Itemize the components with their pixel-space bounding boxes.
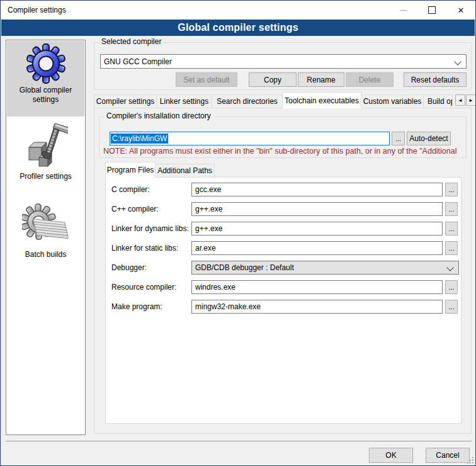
dynamic-linker-label: Linker for dynamic libs: <box>111 224 190 233</box>
ok-button[interactable]: OK <box>369 448 413 463</box>
button-label: Cancel <box>436 451 459 460</box>
chevron-down-icon <box>446 264 453 271</box>
make-program-input[interactable] <box>191 300 443 314</box>
tab-custom-variables[interactable]: Custom variables <box>361 94 424 108</box>
minimize-icon <box>400 10 407 11</box>
debugger-label: Debugger: <box>111 263 190 272</box>
title-bar: Compiler settings ✕ <box>1 1 475 20</box>
sidebar-item-label: Batch builds <box>7 248 84 259</box>
close-button[interactable]: ✕ <box>446 1 475 20</box>
static-linker-browse-button[interactable]: ... <box>445 241 458 255</box>
installation-directory-group-label: Compiler's installation directory <box>105 111 213 120</box>
dynamic-linker-browse-button[interactable]: ... <box>445 222 458 236</box>
tab-label: Additional Paths <box>157 166 212 175</box>
compiler-settings-dialog: Compiler settings ✕ Global compiler sett… <box>0 0 476 466</box>
ellipsis-icon: ... <box>448 205 454 213</box>
selected-compiler-group-label: Selected compiler <box>99 37 163 46</box>
button-label: Reset defaults <box>411 76 460 84</box>
debugger-select-value: GDB/CDB debugger : Default <box>195 263 294 272</box>
tab-scroll-left-button[interactable]: ◄ <box>455 94 465 106</box>
sidebar-item-label: Profiler settings <box>7 170 84 181</box>
compiler-select-value: GNU GCC Compiler <box>104 57 172 66</box>
ellipsis-icon: ... <box>448 186 454 193</box>
tab-label: Build options <box>428 97 453 106</box>
page-title: Global compiler settings <box>178 22 298 33</box>
tab-scroll-right-button[interactable]: ► <box>466 94 476 106</box>
delete-button[interactable]: Delete <box>346 72 394 87</box>
make-program-browse-button[interactable]: ... <box>445 300 458 314</box>
button-label: Delete <box>359 76 381 84</box>
note-text: NOTE: All programs must exist either in … <box>103 147 465 157</box>
chevron-down-icon <box>454 58 461 65</box>
button-label: Rename <box>307 76 335 84</box>
sidebar-item-global-compiler-settings[interactable]: Global compiler settings <box>7 41 84 116</box>
dialog-header: Global compiler settings <box>1 20 475 36</box>
c-compiler-input[interactable] <box>191 183 443 196</box>
reset-defaults-button[interactable]: Reset defaults <box>404 72 467 87</box>
maximize-button[interactable] <box>417 1 446 20</box>
footer-divider <box>6 441 472 441</box>
tab-program-files[interactable]: Program Files <box>105 162 156 178</box>
static-linker-label: Linker for static libs: <box>111 244 190 253</box>
tab-search-directories[interactable]: Search directories <box>212 94 283 108</box>
ellipsis-icon: ... <box>448 283 454 291</box>
tab-toolchain-executables[interactable]: Toolchain executables <box>282 92 361 108</box>
button-label: Set as default <box>183 76 229 84</box>
tab-label: Program Files <box>107 166 154 174</box>
close-icon: ✕ <box>458 6 465 14</box>
tab-linker-settings[interactable]: Linker settings <box>156 94 212 108</box>
button-label: OK <box>385 451 396 460</box>
tab-additional-paths[interactable]: Additional Paths <box>155 164 215 178</box>
tab-label: Toolchain executables <box>285 96 359 105</box>
button-label: Copy <box>264 76 281 84</box>
window-title: Compiler settings <box>8 6 66 14</box>
browse-directory-button[interactable]: ... <box>392 132 405 145</box>
debugger-select[interactable]: GDB/CDB debugger : Default <box>191 261 459 275</box>
installation-directory-input[interactable]: C:\raylib\MinGW <box>110 132 390 145</box>
button-label: Auto-detect <box>409 134 448 143</box>
tab-compiler-settings[interactable]: Compiler settings <box>94 94 157 108</box>
minimize-button[interactable] <box>388 1 417 20</box>
caliper-icon <box>24 122 68 170</box>
tab-label: Search directories <box>217 97 278 106</box>
tab-label: Custom variables <box>363 97 422 106</box>
resource-compiler-input[interactable] <box>191 280 443 294</box>
sidebar-item-label: Global compiler settings <box>7 84 84 105</box>
selected-path-text: C:\raylib\MinGW <box>111 134 168 144</box>
resize-grip[interactable] <box>467 457 473 463</box>
blue-gear-icon <box>26 43 66 84</box>
make-program-label: Make program: <box>111 302 190 311</box>
c-compiler-label: C compiler: <box>111 185 190 194</box>
cpp-compiler-input[interactable] <box>191 202 443 216</box>
sidebar-item-profiler-settings[interactable]: Profiler settings <box>7 120 84 194</box>
arrow-left-icon: ◄ <box>458 98 463 103</box>
c-compiler-browse-button[interactable]: ... <box>445 183 458 196</box>
auto-detect-button[interactable]: Auto-detect <box>407 132 451 145</box>
maximize-icon <box>428 6 436 14</box>
ellipsis-icon: ... <box>448 244 454 252</box>
gear-stack-icon <box>22 202 70 248</box>
tab-label: Linker settings <box>160 97 208 106</box>
cpp-compiler-label: C++ compiler: <box>111 205 190 213</box>
rename-button[interactable]: Rename <box>298 72 344 87</box>
ellipsis-icon: ... <box>448 225 454 232</box>
cancel-button[interactable]: Cancel <box>426 448 470 463</box>
tab-build-options[interactable]: Build options <box>423 94 453 108</box>
dynamic-linker-input[interactable] <box>191 222 443 236</box>
static-linker-input[interactable] <box>191 241 443 255</box>
cpp-compiler-browse-button[interactable]: ... <box>445 202 458 216</box>
resource-compiler-browse-button[interactable]: ... <box>445 280 458 294</box>
tab-label: Compiler settings <box>96 97 155 106</box>
sidebar-item-batch-builds[interactable]: Batch builds <box>7 199 84 273</box>
ellipsis-icon: ... <box>395 135 401 142</box>
compiler-select[interactable]: GNU GCC Compiler <box>100 54 467 69</box>
ellipsis-icon: ... <box>448 303 454 310</box>
settings-category-list: Global compiler settings <box>6 40 86 435</box>
resource-compiler-label: Resource compiler: <box>111 283 190 292</box>
copy-button[interactable]: Copy <box>249 72 297 87</box>
arrow-right-icon: ► <box>468 98 473 103</box>
set-as-default-button[interactable]: Set as default <box>176 72 237 87</box>
